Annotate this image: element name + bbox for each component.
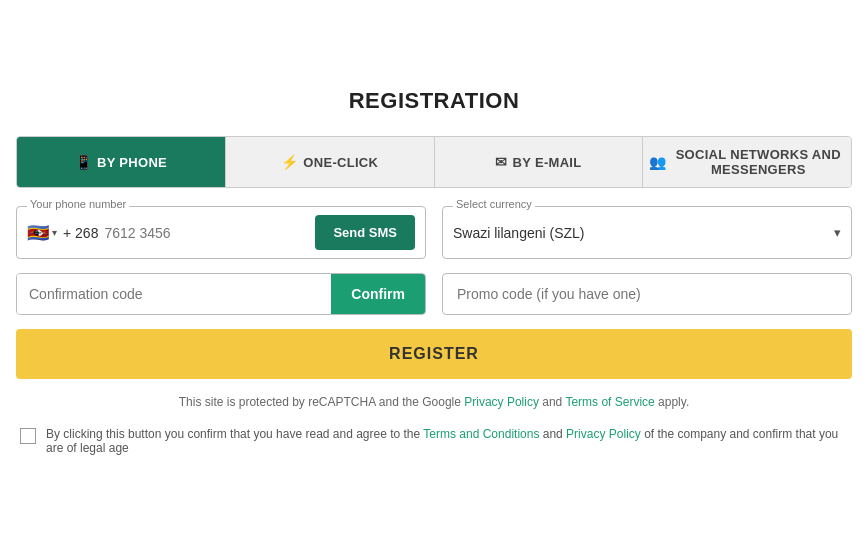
terms-checkbox[interactable]: [20, 428, 36, 444]
tab-by-phone-label: BY PHONE: [97, 155, 167, 170]
tab-one-click[interactable]: ⚡ ONE-CLICK: [226, 137, 435, 187]
currency-chevron-icon: ▾: [834, 225, 841, 240]
confirmation-code-input[interactable]: [17, 274, 331, 314]
page-title: REGISTRATION: [16, 88, 852, 114]
promo-field-group: [442, 273, 852, 315]
register-button[interactable]: REGISTER: [16, 329, 852, 379]
phone-number-input[interactable]: [104, 225, 194, 241]
recaptcha-notice: This site is protected by reCAPTCHA and …: [16, 395, 852, 409]
currency-select[interactable]: Swazi lilangeni (SZL) ▾: [453, 225, 841, 241]
currency-field-group: Select currency Swazi lilangeni (SZL) ▾: [442, 206, 852, 259]
terms-and-text: and: [539, 427, 566, 441]
confirm-button[interactable]: Confirm: [331, 274, 425, 314]
terms-of-service-link[interactable]: Terms of Service: [565, 395, 654, 409]
tab-social[interactable]: 👥 SOCIAL NETWORKS AND MESSENGERS: [643, 137, 851, 187]
flag-chevron-icon: ▾: [52, 227, 57, 238]
registration-container: REGISTRATION 📱 BY PHONE ⚡ ONE-CLICK ✉ BY…: [0, 68, 868, 485]
terms-row: By clicking this button you confirm that…: [16, 427, 852, 455]
currency-field-label: Select currency: [453, 198, 535, 210]
tab-social-label: SOCIAL NETWORKS AND MESSENGERS: [672, 147, 845, 177]
currency-value: Swazi lilangeni (SZL): [453, 225, 585, 241]
recaptcha-before-text: This site is protected by reCAPTCHA and …: [179, 395, 464, 409]
phone-currency-row: Your phone number 🇸🇿 ▾ + 268 Send SMS Se…: [16, 206, 852, 259]
promo-code-input[interactable]: [443, 274, 851, 314]
recaptcha-and-text: and: [539, 395, 565, 409]
tab-by-email[interactable]: ✉ BY E-MAIL: [435, 137, 644, 187]
email-tab-icon: ✉: [495, 154, 507, 170]
phone-tab-icon: 📱: [75, 154, 92, 170]
tab-one-click-label: ONE-CLICK: [303, 155, 378, 170]
confirmation-group: Confirm: [16, 273, 426, 315]
registration-tabs: 📱 BY PHONE ⚡ ONE-CLICK ✉ BY E-MAIL 👥 SOC…: [16, 136, 852, 188]
send-sms-button[interactable]: Send SMS: [315, 215, 415, 250]
flag-selector[interactable]: 🇸🇿 ▾: [27, 222, 57, 244]
one-click-tab-icon: ⚡: [281, 154, 298, 170]
terms-privacy-link[interactable]: Privacy Policy: [566, 427, 641, 441]
terms-conditions-link[interactable]: Terms and Conditions: [423, 427, 539, 441]
confirmation-promo-row: Confirm: [16, 273, 852, 315]
terms-text: By clicking this button you confirm that…: [46, 427, 848, 455]
phone-prefix: + 268: [63, 225, 98, 241]
phone-field-label: Your phone number: [27, 198, 129, 210]
tab-by-email-label: BY E-MAIL: [513, 155, 582, 170]
phone-input-wrapper: 🇸🇿 ▾ + 268: [27, 222, 315, 244]
privacy-policy-link[interactable]: Privacy Policy: [464, 395, 539, 409]
social-tab-icon: 👥: [649, 154, 666, 170]
terms-before-text: By clicking this button you confirm that…: [46, 427, 423, 441]
flag-icon: 🇸🇿: [27, 222, 49, 244]
phone-field-group: Your phone number 🇸🇿 ▾ + 268 Send SMS: [16, 206, 426, 259]
tab-by-phone[interactable]: 📱 BY PHONE: [17, 137, 226, 187]
recaptcha-after-text: apply.: [655, 395, 689, 409]
